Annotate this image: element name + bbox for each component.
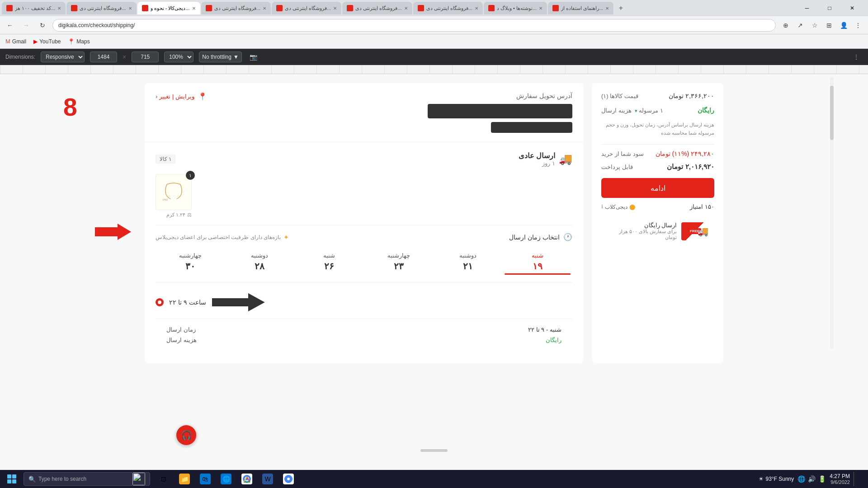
product-item: ۱ Gina [156, 174, 192, 218]
browser-tab-1[interactable]: کد تخفیف ۱۰۰ هز... ✕ [2, 2, 66, 14]
battery-icon[interactable]: 🔋 [818, 475, 826, 483]
taskbar-apps: ⊡ 📁 🛍 🌐 [154, 471, 298, 487]
page-wrapper: کد تخفیف ۱۰۰ هز... ✕ فروشگاه اینترنتی دی… [0, 0, 868, 488]
delivery-date-value: شنبه - ۹ تا ۲۲ [528, 326, 561, 333]
date-item-1[interactable]: دوشنبه ۲۱ [434, 249, 503, 278]
taskbar-clock[interactable]: 4:27 PM 9/6/2022 [830, 473, 850, 485]
back-button[interactable]: ← [4, 19, 16, 32]
forward-button[interactable]: → [20, 19, 33, 32]
network-icon[interactable]: 🌐 [797, 475, 805, 483]
date-item-0[interactable]: شنبه ۱۹ [503, 249, 572, 278]
tab-close-1[interactable]: ✕ [57, 6, 61, 11]
profile-icon[interactable]: 👤 [837, 19, 850, 32]
weight-value: ۱.۲۴ کرم [166, 212, 185, 218]
clock-icon: 🕐 [563, 233, 572, 241]
free-ship-title: ارسال رایگان [608, 222, 677, 229]
taskbar-search[interactable]: 🔍 Type here to search 🐾 [24, 472, 150, 486]
ruler-markings [0, 65, 868, 74]
date-num-4: ۲۸ [227, 261, 293, 272]
bookmark-gmail-label: Gmail [12, 38, 26, 45]
taskbar-app-taskview[interactable]: ⊡ [154, 471, 174, 487]
edit-link[interactable]: ویرایش | تغییر ‹ [156, 93, 194, 100]
item-price-label: قیمت کالاها (۱) [601, 93, 638, 99]
taskbar-app-word[interactable]: W [258, 471, 278, 487]
product-weight: ⚖ ۱.۲۴ کرم [156, 212, 192, 218]
tab-close-8[interactable]: ✕ [539, 6, 542, 11]
browser-tab-7[interactable]: فروشگاه اینترنتی دی... ✕ [413, 2, 483, 14]
bookmark-maps[interactable]: 📍 Maps [68, 38, 90, 45]
date-day-5: چهارشنبه [157, 252, 223, 259]
support-icon[interactable]: 🎧 [176, 425, 196, 445]
reload-button[interactable]: ↻ [36, 19, 49, 32]
taskbar-app-chrome[interactable] [237, 471, 257, 487]
extensions-icon[interactable]: ⊞ [823, 19, 835, 32]
taskbar-app-edge[interactable]: 🌐 [216, 471, 236, 487]
shipping-chevron: ▾ [635, 108, 637, 113]
bookmark-maps-label: Maps [76, 38, 90, 45]
time-slot-radio[interactable] [156, 298, 164, 306]
bookmark-youtube[interactable]: ▶ YouTube [33, 38, 61, 45]
taskbar-search-icon: 🔍 [28, 476, 36, 483]
scrollbar-thumb[interactable] [830, 86, 834, 140]
free-ship-text-block: ارسال رایگان برای سفارش بالای ۵۰۰ هزار ت… [608, 222, 677, 240]
translate-icon[interactable]: ⊕ [779, 19, 792, 32]
minimize-button[interactable]: ─ [797, 2, 817, 14]
browser-tab-3[interactable]: دیجی‌کالا - نحوه و... ✕ [137, 2, 200, 14]
browser-tab-2[interactable]: فروشگاه اینترنتی دی... ✕ [66, 2, 136, 14]
tab-close-4[interactable]: ✕ [263, 6, 266, 11]
devtools-more-icon[interactable]: ⋮ [850, 51, 863, 63]
dimensions-select[interactable]: Responsive [41, 52, 85, 62]
tab-close-5[interactable]: ✕ [333, 6, 337, 11]
delivery-cost-row: رایگان هزینه ارسال [166, 337, 561, 343]
tab-close-3[interactable]: ✕ [192, 6, 196, 11]
youtube-icon: ▶ [33, 38, 38, 45]
word-icon: W [262, 474, 273, 484]
bookmark-icon[interactable]: ☆ [808, 19, 821, 32]
width-input[interactable] [90, 52, 117, 62]
address-input[interactable]: digikala.com/checkout/shipping/ [52, 19, 776, 32]
djc-label-text: دیجی‌کلاب [605, 204, 627, 210]
svg-marker-0 [95, 224, 131, 240]
throttle-select[interactable]: No throttling ▼ [199, 52, 242, 62]
close-button[interactable]: ✕ [842, 2, 863, 14]
volume-icon[interactable]: 🔊 [808, 475, 816, 483]
tab-close-9[interactable]: ✕ [605, 6, 609, 11]
points-info-icon: ℹ [601, 204, 603, 210]
date-item-2[interactable]: چهارشنبه ۲۳ [364, 249, 434, 278]
start-button[interactable] [2, 471, 22, 487]
tab-close-2[interactable]: ✕ [128, 6, 132, 11]
more-icon[interactable]: ⋮ [852, 19, 864, 32]
store-icon: 🛍 [200, 474, 211, 484]
date-item-4[interactable]: دوشنبه ۲۸ [225, 249, 295, 278]
tab-close-7[interactable]: ✕ [475, 6, 478, 11]
date-num-2: ۲۳ [366, 261, 432, 272]
delivery-info: ارسال عادی ۱ روز [519, 151, 555, 167]
date-item-3[interactable]: شنبه ۲۶ [294, 249, 364, 278]
taskbar-app-chrome2[interactable] [278, 471, 298, 487]
new-tab-button[interactable]: + [614, 2, 627, 14]
tab-title-9: راهنمای استفاده از... [561, 5, 603, 11]
date-item-5[interactable]: چهارشنبه ۳۰ [156, 249, 225, 278]
share-icon[interactable]: ↗ [794, 19, 807, 32]
maximize-button[interactable]: □ [819, 2, 840, 14]
ruler [0, 65, 868, 74]
browser-tab-5[interactable]: فروشگاه اینترنتی دی... ✕ [272, 2, 341, 14]
points-row: ۱۵۰ امتیاز ⬤ دیجی‌کلاب ℹ [601, 203, 714, 210]
show-desktop-button[interactable] [854, 472, 863, 486]
zoom-select[interactable]: 100% [164, 52, 193, 62]
browser-tab-4[interactable]: فروشگاه اینترنتی دی... ✕ [201, 2, 271, 14]
browser-tab-6[interactable]: فروشگاه اینترنتی دی... ✕ [342, 2, 412, 14]
taskbar-app-explorer[interactable]: 📁 [175, 471, 194, 487]
browser-tab-9[interactable]: راهنمای استفاده از... ✕ [548, 2, 613, 14]
chrome2-icon [283, 474, 294, 484]
browser-tab-8[interactable]: نوشته‌ها • وبلاگ د... ✕ [484, 2, 547, 14]
continue-button[interactable]: ادامه [601, 178, 714, 198]
delivery-type: 🚚 ارسال عادی ۱ روز [519, 151, 572, 167]
support-button[interactable]: 🎧 [176, 425, 196, 445]
tab-close-6[interactable]: ✕ [404, 6, 408, 11]
capture-icon[interactable]: 📷 [247, 51, 260, 63]
taskbar-app-store[interactable]: 🛍 [195, 471, 215, 487]
bookmark-gmail[interactable]: M Gmail [5, 38, 26, 45]
address-section: آدرس تحویل سفارش 📍 ویرایش | تغییر ‹ [145, 83, 583, 142]
height-input[interactable] [132, 52, 159, 62]
